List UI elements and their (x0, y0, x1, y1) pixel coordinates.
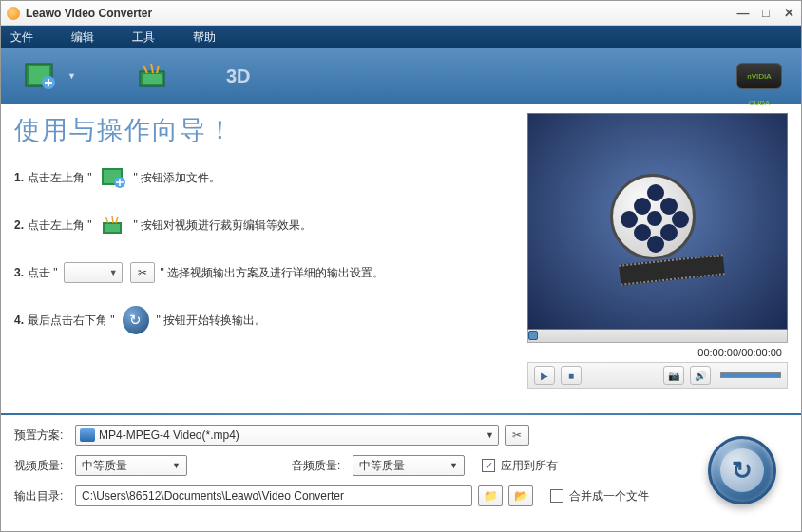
volume-button[interactable]: 🔊 (690, 366, 711, 385)
close-button[interactable]: ✕ (782, 7, 795, 20)
preset-label: 预置方案: (14, 428, 75, 444)
video-quality-value: 中等质量 (82, 458, 127, 474)
preview-panel: 00:00:00 / 00:00:00 ▶ ■ 📷 🔊 (527, 113, 788, 408)
step-number: 4. (14, 307, 24, 333)
apply-all-label: 应用到所有 (501, 458, 558, 474)
menu-bar: 文件 编辑 工具 帮助 (1, 26, 801, 48)
preset-combo-icon: ▼ (64, 262, 123, 283)
minimize-button[interactable]: ― (736, 7, 750, 20)
toolbar: ▼ 3D nVIDIA CUDA (1, 48, 801, 104)
play-button[interactable]: ▶ (534, 366, 555, 385)
stop-button[interactable]: ■ (561, 366, 582, 385)
step-text: " 按钮开始转换输出。 (157, 307, 267, 333)
audio-quality-label: 音频质量: (292, 458, 353, 474)
output-dir-value: C:\Users\86512\Documents\Leawo\Video Con… (82, 489, 344, 503)
edit-video-button[interactable] (132, 58, 172, 94)
preset-combo[interactable]: MP4-MPEG-4 Video(*.mp4) ▼ (75, 425, 499, 446)
video-quality-label: 视频质量: (14, 458, 75, 474)
menu-help[interactable]: 帮助 (193, 29, 216, 46)
guide-step-2: 2. 点击左上角 " " 按钮对视频进行裁剪编辑等效果。 (14, 212, 516, 238)
step-text: " 按钮添加文件。 (134, 164, 221, 191)
audio-quality-combo[interactable]: 中等质量 ▼ (353, 455, 465, 476)
3d-button[interactable]: 3D (223, 58, 263, 94)
chevron-down-icon: ▼ (172, 461, 181, 470)
add-video-dropdown[interactable]: ▼ (67, 58, 79, 94)
step-text: 点击左上角 " (28, 212, 92, 238)
volume-slider[interactable] (720, 372, 781, 378)
menu-edit[interactable]: 编辑 (71, 29, 94, 46)
bottom-panel: 预置方案: MP4-MPEG-4 Video(*.mp4) ▼ ✂ 视频质量: … (1, 415, 801, 529)
audio-quality-value: 中等质量 (359, 458, 405, 474)
add-video-icon (100, 164, 126, 191)
guide-title: 使用与操作向导！ (14, 113, 516, 147)
guide-panel: 使用与操作向导！ 1. 点击左上角 " " 按钮添加文件。 2. 点击左上角 "… (14, 113, 516, 408)
settings-icon: ✂ (130, 262, 155, 283)
add-video-button[interactable] (20, 58, 60, 94)
step-text: " 按钮对视频进行裁剪编辑等效果。 (134, 212, 313, 238)
guide-step-4: 4. 最后点击右下角 " ↻ " 按钮开始转换输出。 (14, 307, 516, 333)
player-controls: ▶ ■ 📷 🔊 (527, 362, 788, 389)
cuda-badge[interactable]: nVIDIA CUDA (736, 63, 782, 89)
film-reel-icon (610, 174, 705, 269)
step-text: 点击 " (28, 259, 58, 286)
app-logo-icon (7, 7, 20, 20)
video-quality-combo[interactable]: 中等质量 ▼ (75, 455, 187, 476)
maximize-button[interactable]: □ (759, 7, 773, 20)
guide-step-1: 1. 点击左上角 " " 按钮添加文件。 (14, 164, 516, 191)
video-preview (527, 113, 788, 330)
step-number: 1. (14, 164, 24, 191)
svg-rect-10 (105, 224, 120, 232)
guide-step-3: 3. 点击 " ▼ ✂ " 选择视频输出方案及进行详细的输出设置。 (14, 259, 516, 286)
step-text: " 选择视频输出方案及进行详细的输出设置。 (161, 259, 385, 286)
svg-text:3D: 3D (226, 66, 251, 86)
window-title: Leawo Video Converter (26, 7, 152, 20)
mp4-icon (80, 428, 95, 442)
convert-icon: ↻ (720, 448, 764, 492)
chevron-down-icon: ▼ (449, 461, 458, 470)
merge-label: 合并成一个文件 (569, 488, 649, 504)
merge-checkbox[interactable] (550, 489, 563, 503)
output-dir-input[interactable]: C:\Users\86512\Documents\Leawo\Video Con… (75, 485, 472, 506)
title-bar: Leawo Video Converter ― □ ✕ (1, 1, 801, 26)
browse-folder-button[interactable]: 📁 (478, 485, 503, 506)
output-dir-label: 输出目录: (14, 488, 75, 504)
time-display: 00:00:00 / 00:00:00 (527, 343, 788, 362)
convert-button[interactable]: ↻ (708, 436, 776, 504)
menu-tools[interactable]: 工具 (132, 29, 155, 46)
apply-all-checkbox[interactable]: ✓ (482, 459, 495, 472)
svg-rect-4 (143, 74, 162, 84)
menu-file[interactable]: 文件 (10, 29, 33, 46)
preset-settings-button[interactable]: ✂ (505, 425, 529, 446)
open-folder-button[interactable]: 📂 (508, 485, 533, 506)
total-time: 00:00:00 (741, 347, 782, 358)
preset-value: MP4-MPEG-4 Video(*.mp4) (99, 428, 239, 442)
convert-icon: ↻ (123, 307, 149, 333)
chevron-down-icon: ▼ (486, 430, 494, 440)
step-number: 2. (14, 212, 24, 238)
step-text: 最后点击右下角 " (28, 307, 115, 333)
step-number: 3. (14, 259, 24, 286)
seek-bar[interactable] (527, 330, 788, 343)
edit-video-icon (100, 212, 126, 238)
snapshot-button[interactable]: 📷 (663, 366, 684, 385)
step-text: 点击左上角 " (28, 164, 92, 191)
current-time: 00:00:00 (697, 347, 738, 358)
